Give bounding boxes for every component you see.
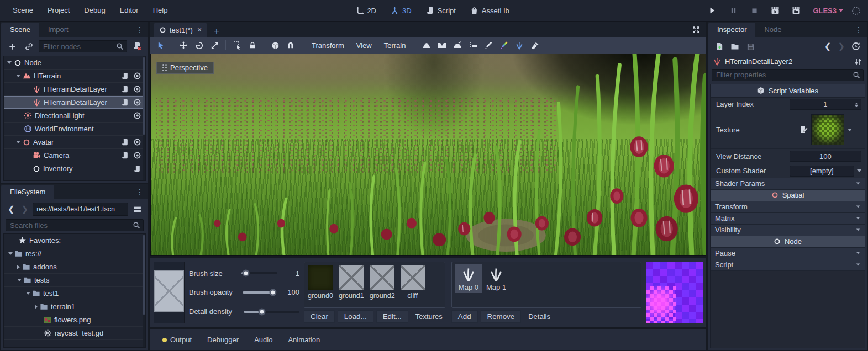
map-item-1[interactable]: Map 1 xyxy=(483,264,509,293)
layer-index-field[interactable]: 1 xyxy=(790,99,861,110)
instance-scene-button[interactable] xyxy=(22,40,35,53)
group-button[interactable] xyxy=(268,39,282,52)
fs-row-terrain1[interactable]: terrain1 xyxy=(4,300,145,313)
play-scene-button[interactable] xyxy=(767,3,783,18)
tab-scene[interactable]: Scene xyxy=(1,23,39,37)
tab-node[interactable]: Node xyxy=(755,23,790,37)
custom-shader-field[interactable]: [empty] xyxy=(790,166,854,177)
tree-row-avatar[interactable]: Avatar xyxy=(4,136,145,149)
edit-texture-button[interactable]: Edit... xyxy=(376,310,408,323)
tree-row-worldenvironment[interactable]: WorldEnvironment xyxy=(4,123,145,136)
tree-row-camera[interactable]: Camera xyxy=(4,149,145,162)
save-resource-button[interactable] xyxy=(744,40,757,53)
expander-icon[interactable] xyxy=(16,75,20,77)
visibility-eye-icon[interactable] xyxy=(131,111,143,120)
3d-viewport[interactable]: Perspective xyxy=(150,54,706,256)
tab-filesystem[interactable]: FileSystem xyxy=(1,185,54,199)
object-tools-icon[interactable] xyxy=(854,57,862,66)
animation-tab[interactable]: Animation xyxy=(281,333,327,347)
terrain-paint-tool[interactable] xyxy=(481,39,496,52)
update-spinner-icon[interactable] xyxy=(852,7,860,15)
terrain-detail-tool[interactable] xyxy=(512,39,527,52)
script-icon[interactable] xyxy=(119,86,131,93)
tree-row-inventory[interactable]: Inventory xyxy=(4,162,145,176)
dock-menu-icon[interactable]: ⋮ xyxy=(850,25,867,34)
fs-row-res[interactable]: res:// xyxy=(4,247,145,260)
section-script[interactable]: Script xyxy=(711,259,865,271)
output-tab[interactable]: Output xyxy=(156,333,198,347)
visibility-eye-icon[interactable] xyxy=(131,138,143,146)
transform-menu[interactable]: Transform xyxy=(306,41,350,50)
script-icon[interactable] xyxy=(119,99,131,107)
tree-row-detaillayer2-selected[interactable]: HTerrainDetailLayer xyxy=(4,96,145,109)
fs-row-addons[interactable]: addons xyxy=(4,260,145,274)
texture-item-ground1[interactable]: ground1 xyxy=(339,265,364,300)
lock-button[interactable] xyxy=(245,39,260,52)
stop-button[interactable] xyxy=(746,3,762,18)
visibility-eye-icon[interactable] xyxy=(131,98,143,107)
remove-map-button[interactable]: Remove xyxy=(481,310,522,323)
terrain-menu[interactable]: Terrain xyxy=(378,41,412,50)
menu-project[interactable]: Project xyxy=(40,0,77,21)
rotate-tool-button[interactable] xyxy=(192,39,206,52)
filesystem-scrollbar[interactable] xyxy=(143,234,145,347)
dock-menu-icon[interactable]: ⋮ xyxy=(131,188,148,196)
filter-nodes-input[interactable] xyxy=(39,40,127,52)
new-scene-tab-button[interactable]: + xyxy=(207,26,226,37)
new-resource-button[interactable] xyxy=(713,40,726,53)
expander-icon[interactable] xyxy=(17,279,22,281)
fs-row-tests[interactable]: tests xyxy=(4,274,145,287)
debugger-tab[interactable]: Debugger xyxy=(201,333,245,347)
terrain-smooth-tool[interactable] xyxy=(450,39,465,52)
expander-icon[interactable] xyxy=(35,305,38,309)
workspace-assetlib-button[interactable]: AssetLib xyxy=(466,4,514,17)
clear-texture-button[interactable]: Clear xyxy=(304,310,335,323)
fs-row-test1[interactable]: test1 xyxy=(4,287,145,300)
texture-item-ground2[interactable]: ground2 xyxy=(370,265,395,300)
search-files-input[interactable] xyxy=(6,219,144,231)
script-icon[interactable] xyxy=(119,72,131,80)
view-menu[interactable]: View xyxy=(351,41,377,50)
tree-row-detaillayer1[interactable]: HTerrainDetailLayer xyxy=(4,83,145,96)
visibility-eye-icon[interactable] xyxy=(131,151,143,159)
brush-shape-list[interactable] xyxy=(154,262,185,323)
menu-help[interactable]: Help xyxy=(146,0,175,21)
tree-row-directionallight[interactable]: DirectionalLight xyxy=(4,109,145,123)
section-matrix[interactable]: Matrix xyxy=(711,213,865,225)
split-mode-toggle[interactable] xyxy=(130,203,144,216)
visibility-eye-icon[interactable] xyxy=(131,72,143,80)
audio-tab[interactable]: Audio xyxy=(248,333,279,347)
terrain-erode-tool[interactable] xyxy=(528,39,542,52)
workspace-2d-button[interactable]: 2D xyxy=(351,4,381,17)
spinner-updown-icon[interactable] xyxy=(853,100,860,108)
perspective-menu[interactable]: Perspective xyxy=(156,62,214,74)
renderer-dropdown[interactable]: GLES3 xyxy=(813,7,843,15)
add-map-button[interactable]: Add xyxy=(451,310,478,323)
brush-opacity-slider[interactable] xyxy=(243,291,277,294)
texture-item-cliff[interactable]: cliff xyxy=(401,265,425,300)
chevron-down-icon[interactable] xyxy=(848,129,852,131)
add-node-button[interactable] xyxy=(6,40,19,53)
close-icon[interactable]: × xyxy=(197,25,202,34)
chevron-down-icon[interactable] xyxy=(857,169,861,172)
object-history-button[interactable] xyxy=(849,40,862,53)
view-distance-field[interactable]: 100 xyxy=(790,151,861,162)
detail-map-preview[interactable] xyxy=(646,262,703,323)
history-back-button[interactable]: ❮ xyxy=(822,41,834,51)
texture-preview-thumbnail[interactable] xyxy=(811,114,844,145)
menu-editor[interactable]: Editor xyxy=(113,0,146,21)
menu-debug[interactable]: Debug xyxy=(77,0,112,21)
tab-import[interactable]: Import xyxy=(39,23,77,37)
history-back-button[interactable]: ❮ xyxy=(6,204,17,214)
section-transform[interactable]: Transform xyxy=(711,201,865,213)
expander-icon[interactable] xyxy=(26,292,30,295)
play-button[interactable] xyxy=(704,3,720,18)
scene-tab-test1[interactable]: test1(*) × xyxy=(154,23,207,37)
scale-tool-button[interactable] xyxy=(207,39,222,52)
fs-row-raycast-test-gd[interactable]: raycast_test.gd xyxy=(4,327,145,340)
fs-row-flowers-png[interactable]: flowers.png xyxy=(4,313,145,327)
expander-icon[interactable] xyxy=(16,141,20,143)
filter-properties-input[interactable] xyxy=(712,69,864,81)
expander-icon[interactable] xyxy=(17,265,20,269)
current-path-field[interactable]: res://tests/test1/test1.tscn xyxy=(33,203,128,216)
